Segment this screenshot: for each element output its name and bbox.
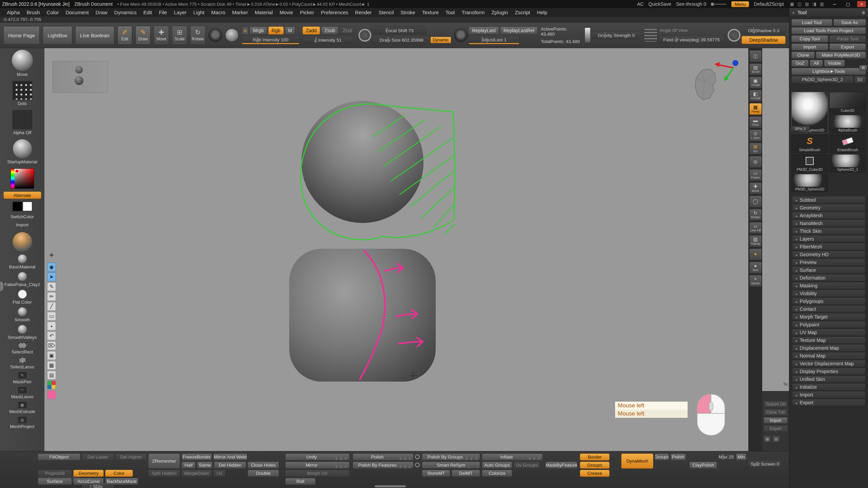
merge-down-button[interactable]: MergeDown [181,470,212,477]
zsub-button[interactable]: Zsub [321,26,338,35]
close-holes-button[interactable]: Close Holes [248,462,279,469]
tool-section-button[interactable]: Geometry HD [792,251,865,258]
home-page-button[interactable]: Home Page [3,26,40,44]
note-icon[interactable]: ▤ [47,371,56,380]
menu-item[interactable]: Color [43,8,62,17]
ui-rows-icon[interactable]: ▤ [804,1,810,7]
half-button[interactable]: Half [181,462,196,469]
lightbox-button[interactable]: LightBox [43,26,72,44]
tool-thumb-eraserbrush[interactable]: EraserBrush [829,135,866,153]
mesh-extrude-icon[interactable]: ▦ [18,402,26,408]
tray-collapse-icon[interactable]: « [792,10,795,15]
goz-all-button[interactable]: All [810,60,823,67]
render-r-button[interactable]: R [859,65,867,71]
menu-item[interactable]: Macro [208,8,229,17]
solo-icon[interactable]: ● Solo [749,262,762,273]
auto-groups-button[interactable]: Auto Groups [482,462,512,469]
color-picker[interactable] [11,168,34,189]
tool-section-button[interactable]: Preview [792,259,865,266]
menu-item[interactable]: Brush [23,8,43,17]
xpose-icon[interactable]: × Xpose [749,275,762,287]
menu-item[interactable]: Alpha [3,8,23,17]
flat-color-thumbnail[interactable] [18,290,27,299]
lightbox-tools-button[interactable]: Lightbox►Tools [791,68,866,75]
copy-tool-button[interactable]: Copy Tool [791,35,828,42]
dynamic-persp-icon[interactable]: ✦ [749,248,762,260]
axis-toggles[interactable]: x y z [466,455,478,461]
alternate-button[interactable]: Alternate [3,191,41,199]
zcut-button[interactable]: Zcut [339,26,355,35]
mirror-and-weld-button[interactable]: Mirror And Weld [213,453,247,461]
polish-by-features-button[interactable]: Polish By Featuresx y z [353,462,414,469]
eye-icon[interactable]: ◉ [47,263,56,271]
bpr-icon[interactable]: ◫ [749,50,762,62]
tool-section-button[interactable]: Initialize [792,383,865,390]
frame-icon[interactable]: ▭ Frame [749,169,762,181]
current-material-preview[interactable] [13,232,32,252]
axis-toggles[interactable]: x y z [335,463,348,469]
dynamesh-groups-button[interactable]: Groups [655,453,669,461]
save-as-button[interactable]: Save As [833,19,866,26]
menu-toggle-button[interactable]: Menu [731,1,749,7]
select-rect-icon[interactable] [18,343,26,348]
rgb-intensity-slider[interactable]: Rgb Intensity 100 [242,36,299,44]
default-zscript-button[interactable]: DefaultZScript [754,1,784,7]
polish-by-groups-button[interactable]: Polish By Groupsx y z [422,453,480,461]
rotate-button[interactable]: ↻ Rotate [190,26,205,45]
ui-split-icon[interactable]: ◨ [811,1,818,7]
scroll-icon[interactable]: ▤ Scroll [749,63,762,75]
goz-button[interactable]: GoZ [791,60,809,67]
tool-section-button[interactable]: FiberMesh [792,243,865,250]
rgb-button[interactable]: Rgb [268,26,284,35]
border-button[interactable]: Border [580,453,610,461]
uv-groups-button[interactable]: Uv Groups [514,462,540,469]
tool-section-button[interactable]: ArrayMesh [792,212,865,219]
mrgb-a-badge[interactable]: A [242,26,249,35]
menu-item[interactable]: Dynamics [111,8,140,17]
focal-shift-icon[interactable] [358,29,371,42]
tool-section-button[interactable]: UV Map [792,329,865,336]
scale-icon[interactable]: ◯ [749,196,762,207]
sphere-model[interactable] [301,101,423,223]
mask-by-feature-button[interactable]: MaskByFeature [546,462,577,469]
pink-swatch-icon[interactable] [47,390,56,399]
mrgb-button[interactable]: Mrgb [250,26,267,35]
tool-section-button[interactable]: Layers [792,235,865,242]
tool-section-button[interactable]: Unified Skin [792,375,865,383]
angle-of-view-icon[interactable] [644,28,657,42]
polish-mode-toggle[interactable] [415,463,420,467]
del-hidden-button[interactable]: Del Hidden [214,462,246,469]
axis-toggles[interactable]: x y z [529,455,541,461]
split-hidden-button[interactable]: Split Hidden [148,470,180,477]
switch-color-button[interactable]: SwitchColor [11,214,34,219]
menu-item[interactable]: Stencil [375,8,397,17]
document-thumbnail[interactable] [53,61,108,93]
menu-item[interactable]: Zscript [511,8,533,17]
tool-section-button[interactable]: Surface [792,266,865,273]
tool-section-button[interactable]: Polygroups [792,298,865,305]
persp-icon[interactable]: ▦ Persp [749,103,762,115]
menu-item[interactable]: Stroke [397,8,418,17]
field-of-view-slider[interactable]: Field of view(deg) 39.59775 [658,36,725,44]
menu-item[interactable]: Light [190,8,208,17]
image-icon[interactable]: ▦ [47,361,56,370]
dots-stroke-thumbnail[interactable] [13,81,32,100]
z-intensity-slider[interactable]: Z Intensity 51 [302,36,353,44]
menu-item[interactable]: Preferences [317,8,352,17]
transp-icon[interactable]: ▨ Transp [749,235,762,247]
menu-item[interactable]: Texture [419,8,442,17]
geometry-toggle-button[interactable]: Geometry [73,470,104,477]
menu-item[interactable]: Tool [442,8,458,17]
xyz-icon[interactable]: ⊞ xyz [749,143,762,155]
quicksave-button[interactable]: QuickSave [648,1,671,7]
mesh-project-icon[interactable]: ▥ [18,417,26,423]
tool-section-button[interactable]: Display Properties [792,368,865,375]
menu-item[interactable]: Draw [92,8,111,17]
axis-toggles[interactable]: x y z [335,455,348,461]
dot-tool-icon[interactable]: • [47,322,56,330]
mirror-button[interactable]: Mirrorx y z [285,462,350,469]
edit-button[interactable]: ✐ Edit [117,26,133,45]
tool-section-button[interactable]: Geometry [792,204,865,211]
menu-item[interactable]: Zplugin [488,8,511,17]
load-tool-button[interactable]: Load Tool [791,19,832,26]
